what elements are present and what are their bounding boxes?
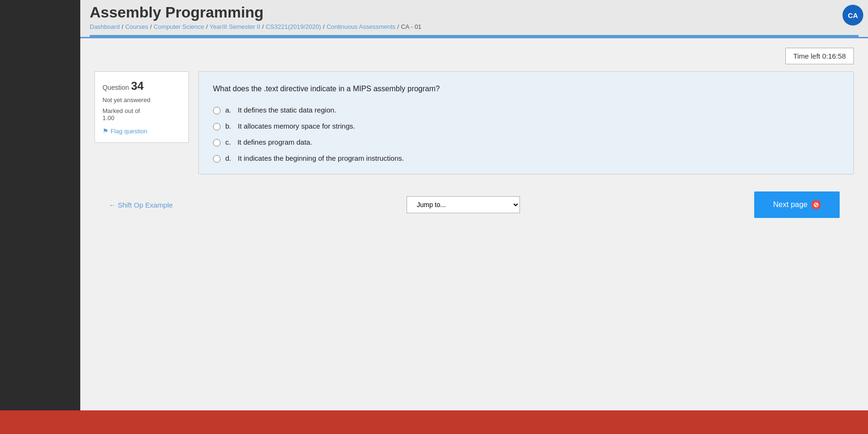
option-d[interactable]: d. It indicates the beginning of the pro… <box>213 154 839 163</box>
prev-link[interactable]: ← Shift Op Example <box>109 201 173 209</box>
timer-box: Time left 0:16:58 <box>785 48 854 64</box>
taskbar <box>0 410 868 434</box>
timer-label: Time left <box>793 52 820 60</box>
radio-c[interactable] <box>213 139 221 147</box>
flag-label: Flag question <box>111 128 147 135</box>
question-header: Question 34 <box>102 79 181 93</box>
timer-value: 0:16:58 <box>822 52 846 60</box>
option-a-text: It defines the static data region. <box>238 106 336 114</box>
flag-icon: ⚑ <box>102 127 109 135</box>
question-main: What does the .text directive indicate i… <box>198 71 854 174</box>
no-icon: ⊘ <box>811 200 821 209</box>
blue-divider <box>90 35 859 37</box>
radio-b[interactable] <box>213 123 221 130</box>
option-c-text: It defines program data. <box>238 138 312 146</box>
quiz-container: Question 34 Not yet answered Marked out … <box>94 71 854 174</box>
bottom-bar: ← Shift Op Example Jump to... Next page … <box>94 184 854 226</box>
content-area: Time left 0:16:58 Question 34 Not yet an… <box>80 38 868 369</box>
option-b[interactable]: b. It allocates memory space for strings… <box>213 122 839 130</box>
question-label: Question <box>102 84 129 91</box>
breadcrumb-computer-science[interactable]: Computer Science <box>153 23 204 30</box>
breadcrumb-courses[interactable]: Courses <box>125 23 148 30</box>
option-d-letter: d. <box>225 154 231 162</box>
question-number: 34 <box>131 79 144 92</box>
next-button-label: Next page <box>773 200 808 209</box>
breadcrumb-current: CA - 01 <box>401 23 421 30</box>
option-a-letter: a. <box>225 106 231 114</box>
option-b-letter: b. <box>225 122 231 130</box>
breadcrumb-dashboard[interactable]: Dashboard <box>90 23 120 30</box>
option-b-text: It allocates memory space for strings. <box>238 122 355 130</box>
marked-out: Marked out of 1.00 <box>102 107 181 122</box>
option-d-text: It indicates the beginning of the progra… <box>238 154 404 162</box>
answer-options: a. It defines the static data region. b.… <box>213 106 839 163</box>
avatar: CA <box>842 5 863 26</box>
next-button[interactable]: Next page ⊘ <box>754 191 840 218</box>
header: Assembly Programming Dashboard / Courses… <box>80 0 868 38</box>
breadcrumb-assessments[interactable]: Continuous Assessments <box>326 23 395 30</box>
option-c-letter: c. <box>225 138 231 146</box>
question-sidebar: Question 34 Not yet answered Marked out … <box>94 71 189 143</box>
left-sidebar <box>0 0 80 434</box>
flag-question-button[interactable]: ⚑ Flag question <box>102 127 181 135</box>
page-title: Assembly Programming <box>90 4 859 23</box>
radio-a[interactable] <box>213 107 221 114</box>
marked-out-label: Marked out of <box>102 107 140 114</box>
question-status: Not yet answered <box>102 96 181 104</box>
breadcrumb-course-code[interactable]: CS3221(2019/2020) <box>266 23 321 30</box>
question-text: What does the .text directive indicate i… <box>213 83 839 95</box>
jump-select-wrapper: Jump to... <box>173 196 754 213</box>
radio-d[interactable] <box>213 155 221 163</box>
jump-select[interactable]: Jump to... <box>407 196 520 213</box>
option-c[interactable]: c. It defines program data. <box>213 138 839 147</box>
option-a[interactable]: a. It defines the static data region. <box>213 106 839 114</box>
breadcrumb: Dashboard / Courses / Computer Science /… <box>90 23 859 35</box>
marked-out-value: 1.00 <box>102 114 114 122</box>
breadcrumb-year[interactable]: YearIII Semester II <box>210 23 260 30</box>
